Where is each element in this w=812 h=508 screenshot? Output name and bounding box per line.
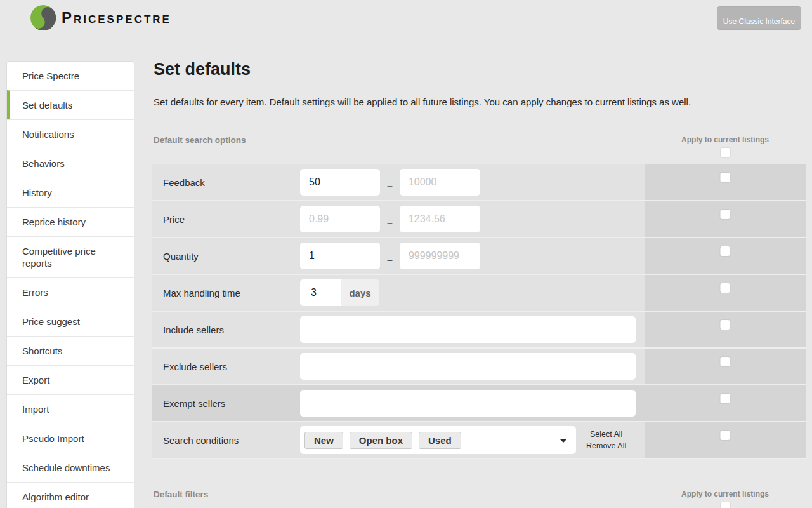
include-sellers-row: Include sellers	[152, 312, 806, 349]
search-conditions-row: Search conditions New Open box Used Sele…	[152, 422, 806, 459]
sidebar-item-notifications[interactable]: Notifications	[7, 119, 134, 149]
price-row: Price –	[152, 201, 806, 238]
apply-to-current-listings-block: Apply to current listings	[645, 135, 806, 157]
section-header-default-search-options: Default search options Apply to current …	[152, 135, 806, 157]
range-separator: –	[387, 255, 393, 266]
section-header-default-filters: Default filters Apply to current listing…	[152, 490, 806, 508]
sidebar-item-import[interactable]: Import	[7, 394, 134, 424]
sidebar-item-reprice-history[interactable]: Reprice history	[7, 207, 134, 236]
price-max-input[interactable]	[400, 206, 480, 232]
apply-all-filters-checkbox[interactable]	[721, 502, 730, 508]
apply-to-current-listings-block: Apply to current listings	[645, 490, 806, 508]
sidebar-item-price-spectre[interactable]: Price Spectre	[7, 62, 134, 90]
quantity-max-input[interactable]	[400, 243, 480, 269]
sidebar-item-errors[interactable]: Errors	[7, 277, 134, 307]
exclude-sellers-label: Exclude sellers	[163, 361, 300, 372]
sidebar-item-set-defaults[interactable]: Set defaults	[7, 90, 134, 119]
section-title: Default search options	[152, 135, 246, 145]
condition-links: Select All Remove All	[586, 430, 626, 450]
condition-open-box-button[interactable]: Open box	[350, 432, 412, 449]
exclude-sellers-row: Exclude sellers	[152, 349, 806, 385]
apply-exempt-sellers-checkbox[interactable]	[721, 394, 730, 403]
section-title: Default filters	[152, 490, 208, 499]
sidebar-item-algorithm-editor[interactable]: Algorithm editor	[7, 482, 134, 508]
apply-column-band	[645, 201, 806, 237]
condition-used-button[interactable]: Used	[419, 432, 461, 449]
apply-include-sellers-checkbox[interactable]	[721, 320, 730, 330]
page-description: Set defaults for every item. Default set…	[154, 96, 806, 109]
feedback-label: Feedback	[163, 177, 300, 188]
apply-column-band	[645, 385, 806, 421]
sidebar-item-competitive-price-reports[interactable]: Competitive price reports	[7, 236, 134, 277]
search-conditions-label: Search conditions	[163, 435, 300, 446]
apply-all-search-options-checkbox[interactable]	[721, 148, 730, 157]
sidebar-item-history[interactable]: History	[7, 178, 134, 207]
apply-to-current-listings-label: Apply to current listings	[681, 490, 769, 498]
brand: Pricespectre	[30, 5, 171, 30]
exclude-sellers-input[interactable]	[300, 353, 636, 380]
exempt-sellers-row: Exempt sellers	[152, 385, 806, 422]
chevron-down-icon[interactable]	[560, 439, 567, 443]
quantity-min-input[interactable]	[300, 243, 380, 269]
sidebar-item-behaviors[interactable]: Behaviors	[7, 149, 134, 178]
feedback-row: Feedback –	[152, 164, 806, 201]
apply-column-band	[645, 312, 806, 347]
page-title: Set defaults	[154, 60, 806, 79]
apply-column-band	[645, 349, 806, 384]
days-unit-addon: days	[341, 279, 379, 306]
apply-exclude-sellers-checkbox[interactable]	[721, 357, 730, 366]
quantity-row: Quantity –	[152, 238, 806, 275]
exempt-sellers-label: Exempt sellers	[163, 398, 300, 409]
pricespectre-logo-icon	[30, 5, 56, 30]
sidebar-item-price-suggest[interactable]: Price suggest	[7, 307, 134, 336]
apply-column-band	[645, 238, 806, 274]
max-handling-time-input[interactable]	[300, 279, 341, 306]
apply-to-current-listings-label: Apply to current listings	[681, 135, 769, 144]
apply-max-handling-time-checkbox[interactable]	[721, 283, 730, 293]
select-all-link[interactable]: Select All	[590, 430, 622, 439]
apply-column-band	[645, 422, 806, 458]
search-conditions-select[interactable]: New Open box Used	[300, 426, 576, 454]
apply-price-checkbox[interactable]	[721, 210, 730, 219]
sidebar: Price Spectre Set defaults Notifications…	[6, 61, 134, 508]
quantity-label: Quantity	[163, 251, 300, 262]
default-search-options-rows: Feedback – Price – Quantity –	[152, 164, 806, 459]
range-separator: –	[387, 218, 393, 229]
condition-new-button[interactable]: New	[304, 432, 343, 449]
apply-search-conditions-checkbox[interactable]	[721, 431, 730, 440]
apply-quantity-checkbox[interactable]	[721, 246, 730, 256]
sidebar-item-export[interactable]: Export	[7, 365, 134, 394]
main-content: Set defaults Set defaults for every item…	[152, 0, 806, 508]
include-sellers-input[interactable]	[300, 316, 636, 343]
include-sellers-label: Include sellers	[163, 324, 300, 335]
sidebar-item-schedule-downtimes[interactable]: Schedule downtimes	[7, 453, 134, 482]
apply-column-band	[645, 164, 806, 200]
sidebar-item-pseudo-import[interactable]: Pseudo Import	[7, 424, 134, 453]
exempt-sellers-input[interactable]	[300, 390, 636, 417]
apply-feedback-checkbox[interactable]	[721, 173, 730, 182]
remove-all-link[interactable]: Remove All	[586, 441, 626, 450]
max-handling-time-group: days	[300, 279, 379, 306]
sidebar-item-shortcuts[interactable]: Shortcuts	[7, 336, 134, 365]
feedback-min-input[interactable]	[300, 169, 380, 196]
price-min-input[interactable]	[300, 206, 380, 232]
apply-column-band	[645, 275, 806, 311]
max-handling-time-label: Max handling time	[163, 288, 300, 298]
range-separator: –	[387, 181, 393, 192]
price-label: Price	[163, 214, 300, 225]
feedback-max-input[interactable]	[400, 169, 480, 196]
max-handling-time-row: Max handling time days	[152, 275, 806, 312]
